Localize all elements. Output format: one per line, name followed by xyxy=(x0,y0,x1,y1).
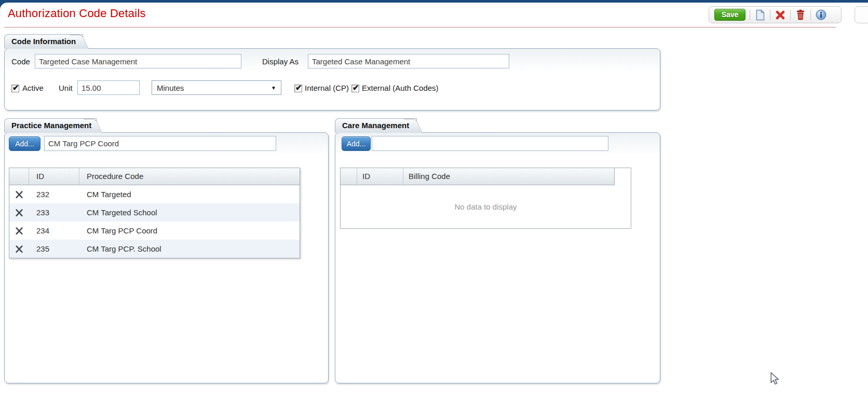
practice-add-button[interactable]: Add... xyxy=(9,136,40,151)
save-button[interactable]: Save xyxy=(714,9,745,21)
row-procedure-code-cell: CM Targ PCP. School xyxy=(79,244,300,253)
care-table: ID Billing Code No data to display xyxy=(340,168,631,229)
code-input[interactable] xyxy=(35,54,241,68)
remove-icon xyxy=(15,245,23,253)
empty-table-message: No data to display xyxy=(341,202,631,211)
toolbar-overflow-fragment xyxy=(855,6,868,23)
column-header-id[interactable]: ID xyxy=(357,168,403,185)
code-information-panel: Code Display As Active Unit Minutes ▼ In… xyxy=(4,48,660,111)
display-as-label: Display As xyxy=(262,54,299,69)
internal-cp-label: Internal (CP) xyxy=(305,81,349,95)
care-table-header: ID Billing Code xyxy=(341,168,615,185)
delete-x-icon[interactable] xyxy=(775,9,786,21)
practice-table-rows: 232CM Targeted233CM Targeted School234CM… xyxy=(9,185,300,258)
table-row[interactable]: 232CM Targeted xyxy=(9,185,300,203)
active-checkbox[interactable] xyxy=(11,85,19,92)
care-add-button[interactable]: Add... xyxy=(342,136,371,151)
unit-type-select[interactable]: Minutes ▼ xyxy=(152,80,281,95)
toolbar-separator xyxy=(810,10,811,20)
practice-table-header: ID Procedure Code xyxy=(9,168,300,185)
table-row[interactable]: 235CM Targ PCP. School xyxy=(9,240,300,258)
new-document-icon[interactable] xyxy=(754,9,766,21)
care-management-panel: Add... ID Billing Code No data to displa… xyxy=(335,132,660,383)
tab-practice-management: Practice Management xyxy=(4,118,97,133)
page-title: Authorization Code Details xyxy=(8,7,146,20)
trash-icon[interactable] xyxy=(795,9,806,21)
remove-row-button[interactable] xyxy=(9,189,29,200)
remove-row-button[interactable] xyxy=(9,243,29,255)
practice-table: ID Procedure Code 232CM Targeted233CM Ta… xyxy=(9,168,300,258)
tab-care-management: Care Management xyxy=(335,118,417,133)
remove-icon xyxy=(15,227,23,235)
table-row[interactable]: 233CM Targeted School xyxy=(9,203,300,222)
external-auth-codes-label: External (Auth Codes) xyxy=(362,81,439,95)
row-procedure-code-cell: CM Targeted xyxy=(79,190,300,199)
column-header-billing-code[interactable]: Billing Code xyxy=(403,168,614,185)
remove-row-button[interactable] xyxy=(9,225,29,237)
remove-row-button[interactable] xyxy=(9,207,29,218)
toolbar-separator xyxy=(790,10,791,20)
unit-type-selected-value: Minutes xyxy=(157,84,184,92)
column-header-procedure-code[interactable]: Procedure Code xyxy=(79,168,300,185)
active-label: Active xyxy=(22,81,44,95)
toolbar-separator xyxy=(770,10,770,20)
code-label: Code xyxy=(11,54,30,69)
display-as-input[interactable] xyxy=(308,54,509,68)
row-id-cell: 232 xyxy=(29,190,79,199)
care-filter-input[interactable] xyxy=(372,136,608,151)
column-header-blank xyxy=(9,168,29,185)
column-header-blank xyxy=(341,168,357,185)
internal-cp-checkbox[interactable] xyxy=(294,85,302,92)
row-id-cell: 234 xyxy=(29,226,79,235)
remove-icon xyxy=(15,190,23,199)
tab-code-information: Code Information xyxy=(4,34,83,49)
title-divider xyxy=(4,27,836,27)
row-procedure-code-cell: CM Targeted School xyxy=(79,208,300,217)
chevron-down-icon: ▼ xyxy=(271,85,276,91)
practice-filter-input[interactable] xyxy=(44,136,276,151)
table-row[interactable]: 234CM Targ PCP Coord xyxy=(9,222,300,240)
column-header-id[interactable]: ID xyxy=(29,168,79,185)
toolbar-separator xyxy=(750,10,750,20)
external-auth-codes-checkbox[interactable] xyxy=(351,85,359,92)
toolbar: Save xyxy=(709,6,842,23)
unit-label: Unit xyxy=(59,81,73,95)
info-icon[interactable] xyxy=(815,9,826,21)
row-id-cell: 233 xyxy=(29,208,79,217)
unit-input[interactable] xyxy=(77,80,140,95)
row-id-cell: 235 xyxy=(29,244,79,253)
row-procedure-code-cell: CM Targ PCP Coord xyxy=(79,226,300,235)
remove-icon xyxy=(15,209,23,217)
practice-management-panel: Add... ID Procedure Code 232CM Targeted2… xyxy=(4,132,329,383)
